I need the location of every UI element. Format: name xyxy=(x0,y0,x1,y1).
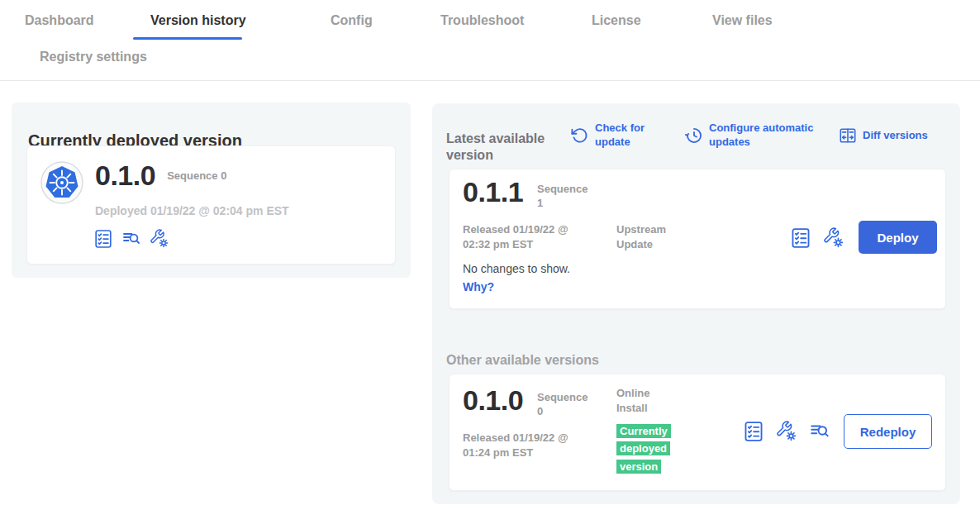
top-nav: Dashboard Version history Config Trouble… xyxy=(0,0,980,81)
configure-automatic-updates-label: Configure automatic updates xyxy=(709,122,815,150)
other-sequence-label: Sequence 0 xyxy=(537,391,590,419)
latest-version-card: 0.1.1 Sequence 1 Released 01/19/22 @ 02:… xyxy=(449,169,946,309)
tab-registry-settings[interactable]: Registry settings xyxy=(40,50,147,64)
view-logs-icon[interactable] xyxy=(809,421,830,442)
check-for-update-link[interactable]: Check for update xyxy=(571,122,654,150)
tab-dashboard[interactable]: Dashboard xyxy=(25,13,94,28)
deployed-sequence-label: Sequence 0 xyxy=(167,169,226,183)
deployed-timestamp: Deployed 01/19/22 @ 02:04 pm EST xyxy=(95,204,289,217)
tab-version-history[interactable]: Version history xyxy=(150,13,246,28)
deployed-version-actions xyxy=(93,229,169,249)
active-tab-underline xyxy=(133,37,242,40)
currently-deployed-badge: Currently deployed version xyxy=(616,424,671,474)
latest-version-number: 0.1.1 xyxy=(463,178,523,206)
tab-view-files[interactable]: View files xyxy=(712,13,773,28)
currently-deployed-card: Currently deployed version 0.1.0 Sequenc… xyxy=(12,102,411,278)
tab-troubleshoot[interactable]: Troubleshoot xyxy=(440,13,524,28)
other-version-actions xyxy=(743,421,830,442)
tab-config[interactable]: Config xyxy=(331,13,373,28)
deployed-version-card: 0.1.0 Sequence 0 Deployed 01/19/22 @ 02:… xyxy=(26,145,396,264)
edit-config-icon[interactable] xyxy=(776,421,797,442)
no-changes-note: No changes to show. xyxy=(463,262,570,275)
why-link[interactable]: Why? xyxy=(463,280,494,293)
preflight-checks-icon[interactable] xyxy=(93,229,113,249)
edit-config-icon[interactable] xyxy=(823,227,844,249)
kubernetes-logo-icon xyxy=(40,161,83,204)
redeploy-button[interactable]: Redeploy xyxy=(844,414,932,449)
preflight-checks-icon[interactable] xyxy=(743,421,764,442)
latest-sequence-label: Sequence 1 xyxy=(537,183,590,211)
latest-version-actions xyxy=(790,227,844,249)
other-version-card: 0.1.0 Sequence 0 Released 01/19/22 @ 01:… xyxy=(449,374,946,491)
view-logs-icon[interactable] xyxy=(121,229,141,249)
other-version-number: 0.1.0 xyxy=(463,386,523,414)
check-for-update-label: Check for update xyxy=(595,122,654,150)
refresh-icon xyxy=(571,126,589,145)
available-updates-panel: Latest available version Check for updat… xyxy=(432,103,960,504)
diff-icon xyxy=(839,126,857,145)
latest-released-timestamp: Released 01/19/22 @ 02:32 pm EST xyxy=(463,222,587,251)
latest-available-title: Latest available version xyxy=(446,131,549,164)
other-released-timestamp: Released 01/19/22 @ 01:24 pm EST xyxy=(463,431,587,460)
diff-versions-link[interactable]: Diff versions xyxy=(839,126,928,145)
preflight-checks-icon[interactable] xyxy=(790,227,811,249)
other-version-source: Online Install xyxy=(616,386,676,415)
configure-automatic-updates-link[interactable]: Configure automatic updates xyxy=(685,122,815,150)
currently-deployed-badge-wrap: Currently deployed version xyxy=(616,422,681,475)
schedule-update-icon xyxy=(685,126,703,145)
edit-config-icon[interactable] xyxy=(150,229,169,249)
deployed-version-number: 0.1.0 xyxy=(95,161,155,189)
other-available-versions-title: Other available versions xyxy=(446,353,599,368)
tab-license[interactable]: License xyxy=(592,13,641,28)
diff-versions-label: Diff versions xyxy=(863,129,928,143)
latest-version-source: Upstream Update xyxy=(616,222,676,251)
deploy-button[interactable]: Deploy xyxy=(859,221,937,254)
